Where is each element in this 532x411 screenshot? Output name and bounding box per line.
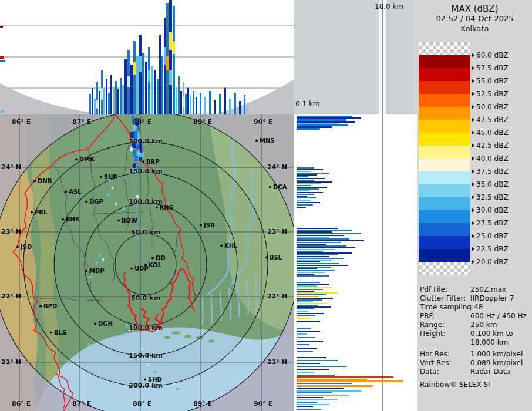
radar-echo	[297, 296, 319, 297]
station-marker-bsl: BSL	[265, 254, 282, 261]
radar-echo	[1, 110, 4, 113]
radar-echo	[88, 343, 90, 346]
radar-echo	[297, 315, 315, 316]
station-marker-jsr: JSR	[200, 222, 215, 228]
radar-echo	[297, 260, 332, 261]
radar-echo	[139, 157, 142, 161]
station-marker-dmk: DMK	[75, 156, 95, 163]
station-marker-brp: BRP	[142, 159, 160, 165]
dbz-scale-label: 52.5 dBZ	[472, 89, 509, 99]
radar-echo	[117, 89, 119, 114]
dbz-color-scale: 60.0 dBZ57.5 dBZ55.0 dBZ52.5 dBZ50.0 dBZ…	[419, 42, 531, 277]
radar-echo	[297, 252, 352, 254]
radar-echo	[96, 262, 98, 264]
info-row: Hor Res:1.000 km/pixel	[420, 350, 531, 359]
station-marker-krg: KRG	[156, 204, 174, 211]
radar-echo	[0, 60, 5, 62]
radar-echo	[0, 56, 4, 59]
radar-echo	[297, 351, 313, 352]
product-info-block: Pdf File:250Z.maxClutter Filter:IIRDoppl…	[420, 285, 531, 376]
radar-echo	[164, 18, 166, 114]
longitude-label: 89° E	[193, 118, 212, 126]
station-marker-bpd: BPD	[39, 303, 57, 309]
radar-echo	[139, 56, 142, 72]
radar-echo	[101, 88, 103, 100]
radar-echo	[297, 274, 314, 275]
radar-echo	[196, 97, 197, 114]
radar-echo	[99, 254, 101, 257]
range-ring-label: 200.0 km	[110, 137, 181, 145]
longitude-label: 88° E	[133, 118, 151, 126]
radar-echo	[297, 200, 311, 201]
latitude-label: 21° N	[267, 358, 287, 366]
radar-echo	[297, 238, 349, 240]
radar-echo	[183, 97, 184, 107]
radar-echo	[297, 301, 313, 302]
side-profile-echoes	[294, 114, 417, 411]
radar-echo	[297, 305, 318, 306]
radar-echo	[297, 406, 313, 407]
radar-echo	[297, 341, 323, 342]
radar-echo	[110, 75, 112, 114]
radar-echo	[297, 357, 326, 358]
station-marker-udp: UDP	[130, 265, 149, 272]
station-marker-dd: DD	[151, 255, 166, 261]
radar-echo	[297, 409, 321, 410]
radar-echo	[297, 284, 329, 285]
dbz-scale-cell	[419, 236, 470, 249]
radar-echo	[224, 88, 226, 114]
radar-echo	[124, 59, 127, 114]
latitude-label: 24° N	[267, 163, 287, 171]
radar-echo	[297, 256, 329, 257]
station-marker-khl: KHL	[220, 242, 238, 249]
radar-echo	[297, 167, 314, 169]
station-marker-bls: BLS	[50, 329, 66, 336]
radar-echo	[297, 348, 317, 349]
radar-echo	[297, 388, 344, 389]
legend-panel: MAX (dBZ) 02:52 / 04-Oct-2025 Kolkata 60…	[417, 0, 532, 411]
radar-echo	[297, 185, 311, 186]
radar-echo	[297, 178, 325, 179]
radar-echo	[151, 66, 153, 114]
radar-echo	[297, 190, 309, 191]
dbz-scale-label: 57.5 dBZ	[472, 63, 509, 73]
radar-echo	[297, 245, 346, 247]
dbz-scale-cell	[419, 133, 470, 146]
radar-echo	[297, 258, 344, 259]
radar-echo	[297, 196, 307, 197]
radar-echo	[123, 207, 125, 209]
radar-echo	[297, 366, 346, 367]
radar-echo	[297, 294, 326, 295]
radar-echo	[297, 169, 323, 170]
radar-echo	[176, 88, 177, 114]
dbz-scale-cell	[419, 120, 470, 133]
radar-echo	[239, 101, 241, 114]
station-marker-mns: MNS	[255, 137, 275, 144]
latitude-label: 22° N	[267, 292, 287, 300]
dbz-scale-label: 30.0 dBZ	[472, 206, 509, 215]
radar-echo	[297, 275, 329, 277]
radar-echo	[173, 6, 175, 114]
radar-echo	[297, 289, 323, 290]
dbz-scale-cell	[419, 210, 470, 223]
radar-echo	[297, 385, 373, 387]
radar-echo	[140, 147, 142, 153]
info-row: PRF:600 Hz / 450 Hz	[420, 312, 531, 321]
radar-echo	[103, 88, 105, 114]
radar-echo	[297, 272, 325, 273]
dbz-scale-label: 55.0 dBZ	[472, 76, 509, 86]
radar-echo	[0, 26, 3, 28]
latitude-label: 24° N	[1, 163, 21, 171]
radar-echo	[297, 331, 320, 332]
radar-echo	[297, 176, 308, 177]
radar-echo	[297, 313, 324, 314]
radar-echo	[297, 207, 306, 208]
dbz-scale-cell	[419, 42, 470, 55]
radar-echo	[106, 79, 107, 114]
radar-echo	[154, 70, 156, 114]
info-row: Clutter Filter:IIRDoppler 7	[420, 294, 531, 303]
dbz-scale-cell	[419, 68, 470, 81]
radar-echo	[297, 251, 323, 252]
radar-echo	[180, 91, 182, 114]
radar-echo	[133, 150, 136, 156]
